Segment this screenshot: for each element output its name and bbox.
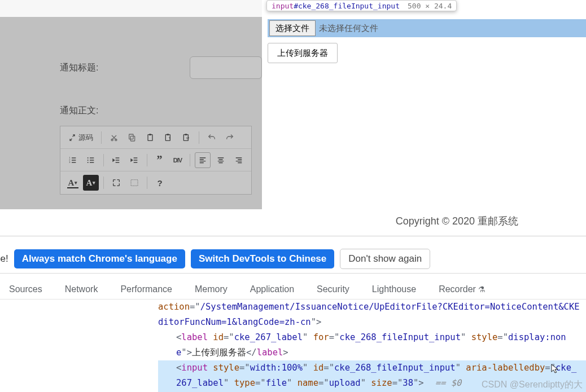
svg-text:W: W <box>186 136 190 140</box>
language-banner: se! Always match Chrome's language Switc… <box>0 248 586 274</box>
upload-button[interactable]: 上传到服务器 <box>268 43 338 63</box>
outdent-icon <box>112 156 121 165</box>
tooltip-id: #cke_268_fileInput_input <box>294 2 400 10</box>
copy-icon <box>128 133 137 142</box>
copy-button[interactable] <box>124 130 140 146</box>
separator <box>103 154 104 166</box>
tooltip-tag: input <box>272 2 294 10</box>
watermark: CSDN @Serendiptty的大 <box>482 379 583 391</box>
title-input[interactable] <box>190 56 262 79</box>
text-color-button[interactable]: A▾ <box>65 175 81 191</box>
separator <box>101 131 102 144</box>
body-label: 通知正文: <box>60 105 116 117</box>
form-zone: 通知标题: 通知正文: 源码 <box>0 17 262 209</box>
title-label: 通知标题: <box>60 62 116 74</box>
svg-rect-18 <box>131 180 138 186</box>
switch-to-chinese-button[interactable]: Switch DevTools to Chinese <box>191 249 334 268</box>
paste-word-icon: W <box>182 133 191 142</box>
bg-color-button[interactable]: A▾ <box>83 175 99 191</box>
rich-text-editor: 源码 T W <box>60 126 252 195</box>
blockquote-button[interactable]: ” <box>152 152 168 168</box>
bullet-list-button[interactable] <box>83 152 99 168</box>
beaker-icon: ⚗ <box>478 285 486 294</box>
choose-file-button[interactable]: 选择文件 <box>269 20 316 36</box>
paste-text-button[interactable]: T <box>160 130 176 146</box>
separator <box>199 131 199 144</box>
tab-performance[interactable]: Performance <box>120 284 172 294</box>
svg-rect-7 <box>167 134 169 135</box>
upload-dialog: 选择文件 未选择任何文件 上传到服务器 <box>262 0 586 209</box>
match-chrome-language-button[interactable]: Always match Chrome's language <box>14 249 185 268</box>
tab-memory[interactable]: Memory <box>195 284 228 294</box>
show-blocks-icon <box>130 178 139 187</box>
tab-recorder[interactable]: Recorder ⚗ <box>439 284 486 294</box>
undo-icon <box>207 133 216 142</box>
tab-network[interactable]: Network <box>65 284 98 294</box>
devtools-panel: se! Always match Chrome's language Switc… <box>0 236 586 392</box>
devtools-tabs: Sources Network Performance Memory Appli… <box>0 279 586 299</box>
no-file-label: 未选择任何文件 <box>319 23 378 34</box>
tab-security[interactable]: Security <box>317 284 349 294</box>
copyright: Copyright © 2020 重邮系统 <box>0 214 586 228</box>
code-line[interactable]: <label id="cke_267_label" for="cke_268_f… <box>158 330 586 360</box>
bullet-list-icon <box>86 156 95 165</box>
separator <box>147 154 147 166</box>
inspector-tooltip: input#cke_268_fileInput_input 500 × 24.4 <box>266 0 457 11</box>
code-line[interactable]: action="/SystemManagement/IssuanceNotice… <box>158 299 586 330</box>
source-button[interactable]: 源码 <box>65 130 97 146</box>
cut-icon <box>110 133 119 142</box>
tooltip-dims: 500 × 24.4 <box>408 2 452 10</box>
source-icon <box>68 134 76 142</box>
indent-icon <box>130 156 139 165</box>
paste-text-icon: T <box>164 133 173 142</box>
maximize-button[interactable] <box>108 175 124 191</box>
svg-rect-4 <box>148 134 152 140</box>
maximize-icon <box>112 178 121 187</box>
undo-button[interactable] <box>204 130 220 146</box>
selected-indicator: == $0 <box>435 378 462 388</box>
paste-button[interactable] <box>142 130 158 146</box>
show-blocks-button[interactable] <box>126 175 142 191</box>
paste-word-button[interactable]: W <box>178 130 194 146</box>
separator <box>147 177 147 189</box>
banner-prefix: se! <box>0 253 8 265</box>
align-right-button[interactable] <box>231 152 247 168</box>
align-left-icon <box>199 156 207 164</box>
cut-button[interactable] <box>106 130 122 146</box>
numbered-list-icon: 123 <box>68 156 77 165</box>
separator <box>103 177 104 189</box>
separator <box>190 154 190 166</box>
svg-text:3: 3 <box>69 161 71 164</box>
align-center-icon <box>217 156 225 164</box>
align-left-button[interactable] <box>195 152 211 168</box>
svg-point-17 <box>87 162 88 163</box>
tab-sources[interactable]: Sources <box>9 284 42 294</box>
div-button[interactable]: DIV <box>169 152 185 168</box>
outdent-button[interactable] <box>108 152 124 168</box>
tab-lighthouse[interactable]: Lighthouse <box>372 284 416 294</box>
align-center-button[interactable] <box>213 152 229 168</box>
elements-code[interactable]: action="/SystemManagement/IssuanceNotice… <box>0 299 586 392</box>
indent-button[interactable] <box>126 152 142 168</box>
dont-show-again-button[interactable]: Don't show again <box>340 249 430 269</box>
align-right-icon <box>235 156 243 164</box>
svg-text:T: T <box>169 136 171 140</box>
svg-rect-2 <box>130 136 134 141</box>
numbered-list-button[interactable]: 123 <box>65 152 81 168</box>
tab-application[interactable]: Application <box>250 284 294 294</box>
redo-button[interactable] <box>222 130 238 146</box>
redo-icon <box>225 133 234 142</box>
about-button[interactable]: ? <box>152 175 168 191</box>
svg-point-15 <box>87 157 88 158</box>
svg-rect-5 <box>149 134 151 135</box>
paste-icon <box>146 133 155 142</box>
svg-rect-3 <box>129 134 133 139</box>
svg-point-16 <box>87 160 88 161</box>
svg-rect-10 <box>185 134 187 135</box>
